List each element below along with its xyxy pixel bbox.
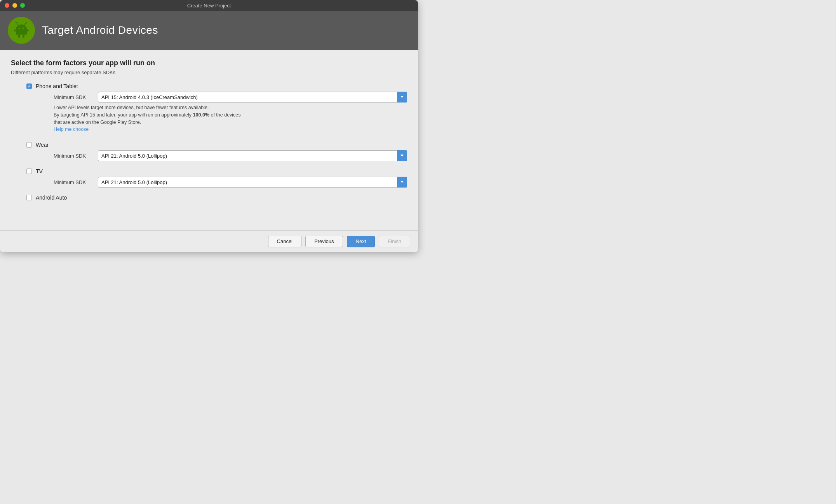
- window-controls: [5, 3, 25, 8]
- header: Target Android Devices: [0, 11, 418, 50]
- cancel-button[interactable]: Cancel: [268, 236, 301, 247]
- wear-option-row: Wear: [26, 142, 407, 148]
- svg-rect-10: [14, 30, 18, 31]
- wear-checkbox[interactable]: [26, 142, 32, 148]
- phone-tablet-sdk-label: Minimum SDK: [54, 94, 92, 100]
- android-auto-option-row: Android Auto: [26, 195, 407, 201]
- finish-button[interactable]: Finish: [379, 236, 410, 247]
- android-auto-checkbox[interactable]: [26, 195, 32, 200]
- phone-tablet-option-row: Phone and Tablet: [26, 83, 407, 89]
- minimize-button[interactable]: [12, 3, 17, 8]
- next-button[interactable]: Next: [347, 236, 375, 247]
- svg-point-6: [19, 28, 20, 29]
- footer: Cancel Previous Next Finish: [0, 230, 418, 252]
- android-logo-icon: [8, 17, 35, 44]
- tv-label: TV: [36, 168, 43, 174]
- tv-sdk-select[interactable]: API 21: Android 5.0 (Lollipop): [98, 177, 407, 188]
- tv-option-row: TV: [26, 168, 407, 174]
- section-heading: Select the form factors your app will ru…: [11, 59, 407, 67]
- svg-rect-12: [16, 31, 27, 35]
- content-area: Select the form factors your app will ru…: [0, 50, 418, 230]
- title-bar: Create New Project: [0, 0, 418, 11]
- tv-checkbox[interactable]: [26, 169, 32, 174]
- maximize-button[interactable]: [20, 3, 25, 8]
- wear-sdk-select[interactable]: API 21: Android 5.0 (Lollipop): [98, 150, 407, 161]
- previous-button[interactable]: Previous: [305, 236, 343, 247]
- form-options: Phone and Tablet Minimum SDK API 15: And…: [26, 83, 407, 201]
- wear-label: Wear: [36, 142, 49, 148]
- phone-tablet-sdk-row: Minimum SDK API 15: Android 4.0.3 (IceCr…: [54, 92, 407, 103]
- page-title: Target Android Devices: [42, 24, 158, 36]
- wear-sdk-row: Minimum SDK API 21: Android 5.0 (Lollipo…: [54, 150, 407, 161]
- tv-sdk-row: Minimum SDK API 21: Android 5.0 (Lollipo…: [54, 177, 407, 188]
- svg-point-5: [26, 22, 27, 23]
- svg-point-7: [23, 28, 24, 29]
- phone-tablet-checkbox[interactable]: [26, 83, 32, 89]
- svg-rect-11: [25, 30, 29, 31]
- help-me-choose-link[interactable]: Help me choose: [54, 127, 89, 132]
- svg-point-3: [16, 22, 17, 23]
- section-description: Different platforms may require separate…: [11, 70, 407, 75]
- android-auto-label: Android Auto: [36, 195, 67, 201]
- wear-sdk-label: Minimum SDK: [54, 153, 92, 159]
- phone-tablet-sdk-select[interactable]: API 15: Android 4.0.3 (IceCreamSandwich): [98, 92, 407, 103]
- window-title: Create New Project: [187, 3, 231, 9]
- tv-sdk-label: Minimum SDK: [54, 179, 92, 185]
- tv-sdk-select-wrapper: API 21: Android 5.0 (Lollipop): [98, 177, 407, 188]
- wear-sdk-select-wrapper: API 21: Android 5.0 (Lollipop): [98, 150, 407, 161]
- close-button[interactable]: [5, 3, 9, 8]
- phone-tablet-sdk-select-wrapper: API 15: Android 4.0.3 (IceCreamSandwich): [98, 92, 407, 103]
- phone-tablet-help-text: Lower API levels target more devices, bu…: [54, 104, 407, 133]
- phone-tablet-label: Phone and Tablet: [36, 83, 78, 89]
